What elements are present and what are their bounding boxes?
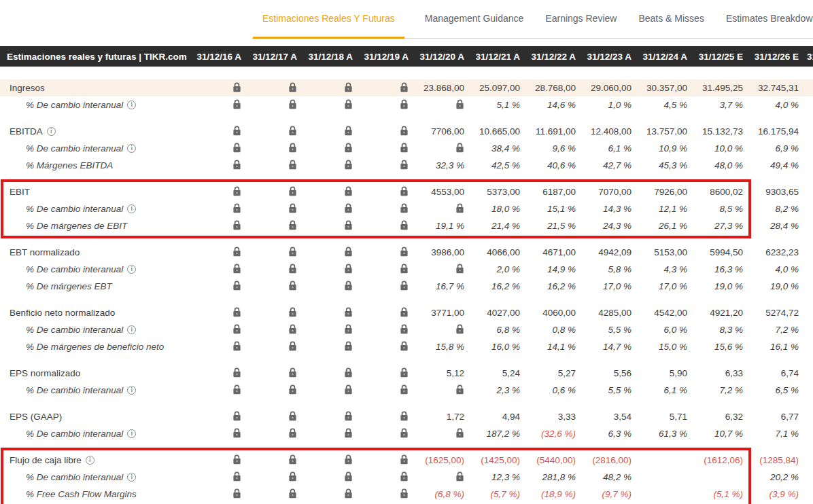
lock-icon [248,488,304,501]
group-spacer [0,442,813,452]
row-label-text: % De márgenes EBT [26,281,112,291]
info-icon[interactable]: i [127,101,136,109]
value-cell: 8,3 % [694,325,750,335]
tab-estimates-breakdown[interactable]: Estimates Breakdown [725,0,813,39]
value-cell: 4027,00 [471,308,527,318]
value-cell: 14,7 % [583,342,638,352]
value-cell: (1625,00) [415,455,471,465]
value-cell: 10,0 % [694,143,750,154]
info-icon[interactable]: i [127,429,136,438]
value-cell: (1425,00) [471,455,527,465]
row-label: EBITDAi [0,126,192,137]
lock-icon [304,384,360,397]
info-icon[interactable]: i [47,127,56,136]
value-cell: 9,6 % [527,143,583,154]
info-icon[interactable]: i [127,473,136,482]
lock-icon [192,454,248,467]
table-row: % Free Cash Flow Margins(6,8 %)(5,7 %)(1… [0,486,813,503]
lock-icon [192,247,248,259]
value-cell: 15,6 % [694,342,750,352]
value-cell: 6,3 % [583,429,638,439]
row-label-text: EBT normalizado [10,247,80,257]
lock-icon [360,281,415,293]
lock-icon [360,160,415,172]
value-cell: 2,3 % [471,385,527,395]
lock-icon [248,411,304,423]
value-cell: 8600,02 [694,187,750,197]
lock-icon [248,82,304,94]
value-cell: 6,9 % [750,143,806,154]
value-cell: 17,0 % [638,281,694,291]
lock-icon [248,264,304,276]
group-spacer [0,295,813,304]
row-label-text: % De cambio interanual [26,429,123,439]
group-spacer [0,399,813,408]
value-cell: 38,4 % [471,143,527,154]
row-label-text: % Márgenes EBITDA [26,160,113,170]
lock-icon [304,411,360,423]
lock-icon [415,324,471,336]
value-cell: 4,0 % [750,264,806,274]
info-icon[interactable]: i [127,325,136,334]
value-cell: 19,1 % [415,221,471,231]
value-cell: 9303,65 [750,187,806,197]
value-cell: 28,4 % [750,221,806,231]
value-cell: 6187,00 [527,187,583,197]
value-cell: 7926,00 [638,187,694,197]
info-icon[interactable]: i [86,456,94,465]
value-cell: 5,56 [583,368,638,378]
value-cell: 32,3 % [415,160,471,170]
value-cell: 6,77 [750,412,806,422]
tab-estimaciones-reales-y-futuras[interactable]: Estimaciones Reales Y Futuras [253,0,404,39]
value-cell: 3,7 % [694,100,750,110]
table-row: % De cambio interanuali2,0 %14,9 %5,8 %4… [0,261,813,278]
lock-icon [248,454,304,467]
lock-icon [304,341,360,353]
value-cell: 4,5 % [638,100,694,110]
table-row: EBITDAi7706,0010.665,0011.691,0012.408,0… [0,123,813,140]
value-cell: 4553,00 [415,187,471,197]
lock-icon [304,160,360,172]
value-cell: 40,6 % [527,160,583,170]
lock-icon [360,488,415,501]
lock-icon [248,471,304,484]
value-cell: 49,4 % [750,160,806,170]
lock-icon [360,203,415,215]
value-cell: 14,1 % [527,342,583,352]
table-row: % De márgenes de EBIT19,1 %21,4 %21,5 %2… [0,217,813,234]
value-cell: 23.868,00 [415,83,471,93]
value-cell: 19,0 % [694,281,750,291]
row-label-text: Flujo de caja libre [10,455,82,465]
lock-icon [360,220,415,232]
value-cell: 15,0 % [638,342,694,352]
lock-icon [304,186,360,198]
lock-icon [304,454,360,467]
info-icon[interactable]: i [127,386,136,395]
value-cell: 0,6 % [527,385,583,395]
value-cell: 4060,00 [527,308,583,318]
lock-icon [192,367,248,380]
value-cell: 5,27 [527,368,583,378]
value-cell: 6,74 [750,368,806,378]
info-icon[interactable]: i [127,265,136,274]
lock-icon [415,203,471,215]
column-header: 31/12/25 E [694,52,750,62]
lock-icon [304,247,360,259]
tab-earnings-review[interactable]: Earnings Review [544,0,618,39]
value-cell: 16,7 % [415,281,471,291]
row-label: % De cambio interanuali [0,204,192,214]
value-cell: 5994,50 [694,247,750,257]
info-icon[interactable]: i [127,144,136,153]
lock-icon [304,220,360,232]
lock-icon [192,99,248,111]
value-cell: 6,1 % [638,385,694,395]
row-label: % De cambio interanuali [0,100,192,110]
value-cell: 7,1 % [750,429,806,439]
value-cell: 3,54 [583,412,638,422]
row-label: EBT normalizado [0,247,192,257]
tab-management-guidance[interactable]: Management Guidance [423,0,525,39]
value-cell: 13.757,00 [638,126,694,137]
value-cell: 8,2 % [750,204,806,214]
info-icon[interactable]: i [127,204,136,213]
tab-beats-and-misses[interactable]: Beats & Misses [637,0,705,39]
